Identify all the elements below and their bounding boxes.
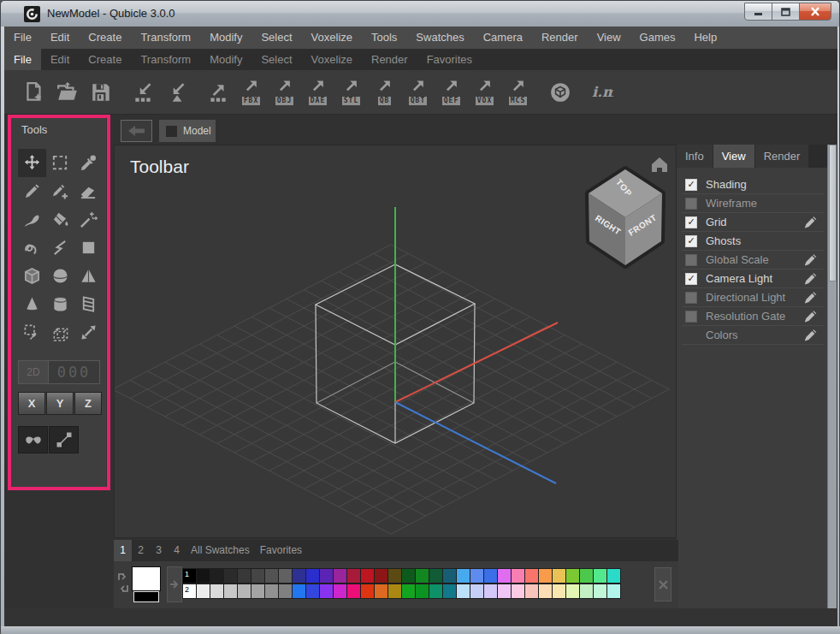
edit-pencil-icon[interactable] [804,310,817,323]
menu-file[interactable]: File [4,27,41,49]
open-file-button[interactable] [55,74,80,110]
swatch-color[interactable] [237,584,251,599]
swatch-color[interactable] [579,584,594,599]
menu-games[interactable]: Games [630,27,685,49]
mask-button[interactable] [18,426,48,453]
export-voxel-button[interactable] [205,74,230,110]
swatch-color[interactable] [579,568,594,584]
magic-wand-tool[interactable] [74,205,103,234]
export-vox-button[interactable]: VOX [472,74,497,110]
sphere-tool[interactable] [46,262,74,290]
cone-tool[interactable] [18,290,46,318]
swatch-color[interactable] [292,568,306,584]
export-mcs-button[interactable]: MCS [506,74,530,110]
swatch-color[interactable] [196,584,210,599]
tab-view[interactable]: View [713,145,754,168]
export-dae-button[interactable]: DAE [305,74,330,110]
swatch-color[interactable] [333,568,347,584]
swatch-color[interactable] [470,568,484,584]
export-qbt-button[interactable]: QBT [405,74,430,110]
swatch-color[interactable]: 1 [182,568,197,584]
select-box-tool[interactable] [46,318,74,347]
swatch-color[interactable] [401,568,416,584]
swatch-color[interactable] [319,568,334,584]
checkbox[interactable] [685,254,697,266]
swatch-color[interactable] [497,584,512,599]
pencil-add-tool[interactable] [46,177,74,205]
apply-color-button[interactable] [167,566,182,602]
mode-2d-button[interactable]: 2D [18,360,49,384]
menu-render[interactable]: Render [532,27,588,49]
swatch-color[interactable] [511,568,525,584]
eyedropper-tool[interactable] [74,149,103,177]
checkbox[interactable]: ✓ [685,235,697,247]
swatch-color[interactable] [442,584,457,599]
view-cube[interactable]: TOP RIGHT FRONT [589,169,662,265]
brush-tool[interactable] [18,205,46,234]
swatch-color[interactable] [360,584,375,599]
menu-voxelize[interactable]: Voxelize [302,27,362,49]
swatch-color[interactable] [305,584,320,599]
cylinder-tool[interactable] [46,290,74,318]
swatch-color[interactable] [251,584,265,599]
foreground-color[interactable] [132,566,161,591]
home-icon[interactable] [652,157,667,172]
context-menu-favorites[interactable]: Favorites [417,49,482,70]
swatch-color[interactable] [333,584,347,599]
swatch-color[interactable] [524,568,539,584]
swatch-color[interactable] [552,568,566,584]
tab-info[interactable]: Info [677,145,713,168]
swatch-color[interactable] [278,584,293,599]
swatch-color[interactable] [524,584,539,599]
swatch-color[interactable] [606,568,621,584]
minimize-button[interactable] [744,3,772,21]
checkbox[interactable]: ✓ [685,216,697,228]
swatch-color[interactable] [278,568,293,584]
edit-pencil-icon[interactable] [804,291,817,304]
swatch-color[interactable] [593,568,607,584]
swatch-tab-3[interactable]: 3 [150,540,168,561]
edit-pencil-icon[interactable] [804,329,817,341]
menu-modify[interactable]: Modify [200,27,251,49]
pencil-tool[interactable] [18,177,46,205]
swatch-color[interactable] [387,584,402,599]
foreground-background-colors[interactable] [132,566,161,603]
menu-create[interactable]: Create [79,27,131,49]
box-tool[interactable] [18,262,46,290]
scale-tool[interactable] [74,318,103,347]
swatch-color[interactable] [538,584,553,599]
swatch-color[interactable] [483,584,498,599]
swatch-tab-2[interactable]: 2 [132,540,150,561]
axis-y-button[interactable]: Y [46,392,74,415]
checkbox[interactable] [685,292,697,304]
swatch-color[interactable] [415,568,429,584]
import-mesh-button[interactable] [163,74,188,110]
swatch-color[interactable] [251,568,265,584]
swatch-color[interactable] [497,568,512,584]
menu-swatches[interactable]: Swatches [406,27,473,49]
extrude-tool[interactable] [74,290,103,318]
swatch-color[interactable] [305,568,320,584]
freeform-tool[interactable] [18,234,46,262]
swatch-tab-4[interactable]: 4 [168,540,186,561]
edit-pencil-icon[interactable] [804,272,817,285]
back-button[interactable] [121,120,152,142]
menu-camera[interactable]: Camera [474,27,532,49]
swatch-color[interactable] [210,568,224,584]
zigzag-line-tool[interactable] [46,234,74,262]
swatch-color[interactable] [415,584,429,599]
export-obj-button[interactable]: OBJ [272,74,297,110]
sketchfab-upload-button[interactable] [547,74,572,110]
swatch-color[interactable] [456,584,470,599]
paint-bucket-tool[interactable] [46,205,74,234]
title-bar[interactable]: NewModel - Qubicle 3.0.0 [1,1,839,27]
swatch-tab-1[interactable]: 1 [114,540,132,561]
export-qef-button[interactable]: QEF [439,74,464,110]
measure-button[interactable] [49,426,79,453]
swatch-color[interactable] [264,568,279,584]
swatch-color[interactable] [470,584,484,599]
swatch-color[interactable] [593,584,607,599]
context-menu-file[interactable]: File [4,49,41,70]
export-stl-button[interactable]: STL [339,74,364,110]
save-file-button[interactable] [88,74,113,110]
